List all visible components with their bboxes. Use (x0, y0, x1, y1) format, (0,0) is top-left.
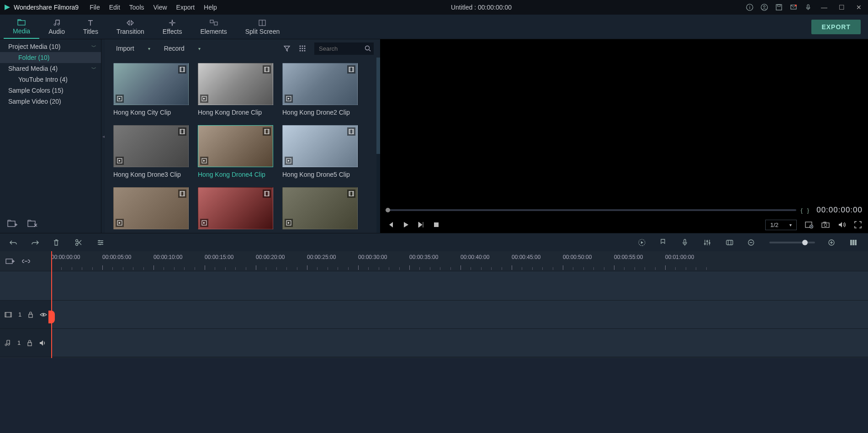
search-input[interactable] (314, 42, 365, 55)
tab-audio[interactable]: Audio (39, 15, 74, 39)
tab-effects[interactable]: Effects (153, 15, 191, 39)
menu-export[interactable]: Export (176, 4, 195, 11)
tree-shared-media[interactable]: Shared Media (4)﹀ (0, 63, 101, 74)
menu-file[interactable]: File (90, 4, 100, 11)
menu-view[interactable]: View (153, 4, 167, 11)
crop-icon[interactable] (725, 239, 735, 246)
timeline-ruler[interactable]: 00:00:00:0000:00:05:0000:00:10:0000:00:1… (51, 251, 868, 271)
account-icon[interactable] (760, 3, 768, 11)
tree-project-media[interactable]: Project Media (10)﹀ (0, 41, 101, 52)
preview-seekbar[interactable] (386, 209, 796, 211)
audio-mixer-icon[interactable] (704, 239, 713, 246)
add-to-timeline-icon[interactable] (285, 95, 293, 103)
tree-sample-video[interactable]: Sample Video (20) (0, 96, 101, 107)
mark-in-icon[interactable]: { (801, 207, 803, 214)
media-clip[interactable]: Hong Kong Drone4 Clip (198, 125, 273, 178)
mic-icon[interactable] (804, 3, 812, 11)
add-to-timeline-icon[interactable] (116, 157, 124, 165)
save-icon[interactable] (775, 3, 783, 11)
filter-icon[interactable] (283, 45, 294, 52)
menu-tools[interactable]: Tools (129, 4, 144, 11)
stop-button[interactable] (433, 222, 439, 228)
tree-sample-colors[interactable]: Sample Colors (15) (0, 85, 101, 96)
play-button[interactable] (402, 221, 409, 228)
track-lane[interactable] (51, 301, 868, 328)
lock-icon[interactable] (28, 312, 33, 318)
media-clip[interactable] (198, 187, 273, 233)
media-clip[interactable]: Hong Kong City Clip (113, 63, 189, 116)
lock-icon[interactable] (27, 340, 32, 346)
add-to-timeline-icon[interactable] (200, 219, 208, 227)
tab-splitscreen[interactable]: Split Screen (236, 15, 289, 39)
import-dropdown[interactable]: Import▾ (111, 43, 155, 54)
zoom-slider[interactable] (769, 242, 815, 243)
menu-edit[interactable]: Edit (109, 4, 120, 11)
tab-titles[interactable]: Titles (74, 15, 107, 39)
marker-icon[interactable] (660, 239, 669, 246)
media-clip[interactable] (113, 187, 189, 233)
media-clip[interactable] (282, 187, 358, 233)
track-lane[interactable] (51, 271, 868, 300)
add-to-timeline-icon[interactable] (200, 157, 208, 165)
playhead-line[interactable] (51, 251, 52, 358)
media-clip[interactable]: Hong Kong Drone5 Clip (282, 125, 358, 178)
playhead-handle[interactable] (48, 311, 55, 323)
minimize-button[interactable]: — (819, 4, 830, 11)
search-icon[interactable] (365, 45, 371, 52)
mark-out-icon[interactable]: } (807, 207, 809, 214)
fullscreen-icon[interactable] (854, 221, 862, 228)
export-button[interactable]: EXPORT (811, 20, 861, 34)
redo-button[interactable] (31, 239, 40, 246)
svg-point-23 (300, 50, 301, 52)
add-to-timeline-icon[interactable] (116, 95, 124, 103)
delete-button[interactable] (53, 239, 62, 246)
snapshot-icon[interactable] (821, 222, 830, 228)
next-frame-button[interactable] (418, 221, 425, 228)
new-folder-button[interactable] (7, 219, 18, 228)
adjust-button[interactable] (97, 239, 106, 246)
tree-folder[interactable]: Folder (10) (0, 52, 101, 63)
zoom-out-button[interactable] (747, 239, 757, 246)
preview-quality-dropdown[interactable]: 1/2▾ (765, 220, 797, 230)
visibility-icon[interactable] (40, 312, 47, 317)
volume-icon[interactable] (838, 221, 846, 228)
preview-viewport[interactable] (380, 39, 868, 204)
tree-youtube-intro[interactable]: YouTube Intro (4) (0, 74, 101, 85)
split-button[interactable] (75, 239, 84, 246)
menu-help[interactable]: Help (204, 4, 217, 11)
zoom-fit-button[interactable] (850, 239, 859, 246)
track-lane[interactable] (51, 329, 868, 357)
delete-folder-button[interactable] (27, 219, 38, 228)
close-button[interactable]: ✕ (853, 4, 864, 11)
add-to-timeline-icon[interactable] (285, 157, 293, 165)
voiceover-icon[interactable] (682, 239, 691, 246)
tab-transition[interactable]: Transition (107, 15, 153, 39)
filmstrip-icon (347, 190, 355, 198)
collapse-tree-handle[interactable]: ◂ (101, 39, 105, 233)
add-to-timeline-icon[interactable] (116, 219, 124, 227)
add-track-button[interactable] (5, 258, 15, 265)
zoom-in-button[interactable] (828, 239, 837, 246)
undo-button[interactable] (9, 239, 18, 246)
message-icon[interactable] (789, 3, 798, 11)
tab-elements[interactable]: Elements (191, 15, 236, 39)
add-to-timeline-icon[interactable] (285, 219, 293, 227)
grid-view-icon[interactable] (299, 45, 310, 52)
add-to-timeline-icon[interactable] (200, 95, 208, 103)
render-preview-icon[interactable] (638, 238, 647, 247)
preview-settings-icon[interactable] (805, 221, 813, 228)
prev-frame-button[interactable] (386, 221, 394, 228)
link-button[interactable] (22, 258, 30, 265)
media-scrollbar[interactable] (376, 58, 380, 233)
info-icon[interactable]: i (746, 3, 754, 11)
titlebar: Wondershare Filmora9 File Edit Tools Vie… (0, 0, 868, 15)
search-box[interactable] (314, 42, 374, 55)
media-clip[interactable]: Hong Kong Drone Clip (198, 63, 273, 116)
record-dropdown[interactable]: Record▾ (159, 43, 205, 54)
media-clip[interactable]: Hong Kong Drone3 Clip (113, 125, 189, 178)
media-clip[interactable]: Hong Kong Drone2 Clip (282, 63, 358, 116)
svg-rect-65 (850, 240, 852, 245)
tab-media[interactable]: Media (4, 15, 39, 39)
maximize-button[interactable]: ☐ (836, 4, 847, 11)
mute-icon[interactable] (39, 340, 46, 346)
